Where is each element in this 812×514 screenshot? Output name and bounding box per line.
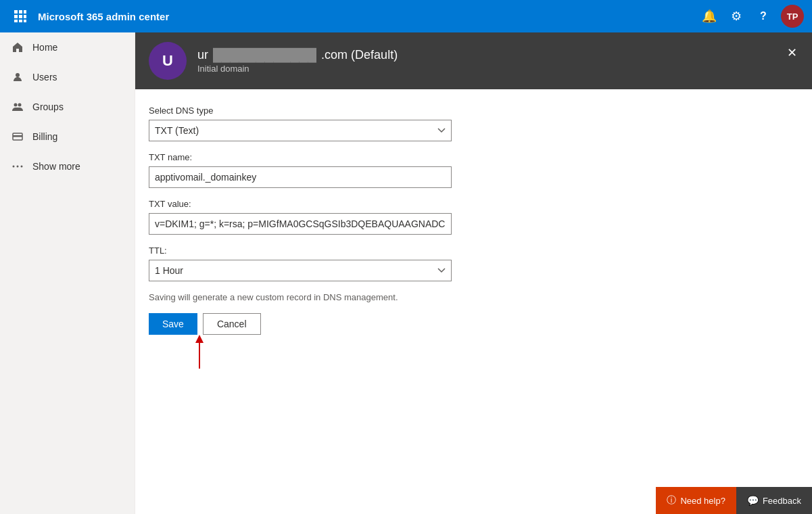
billing-icon <box>11 130 24 143</box>
svg-point-15 <box>17 166 19 168</box>
dns-type-field: Select DNS type TXT (Text) MX CNAME A <box>149 106 798 141</box>
domain-redacted: ████████████ <box>213 48 316 62</box>
svg-rect-4 <box>19 15 22 18</box>
txt-name-input[interactable] <box>149 166 452 188</box>
dns-type-label: Select DNS type <box>149 106 798 116</box>
sidebar-label-home: Home <box>32 42 57 53</box>
txt-name-label: TXT name: <box>149 152 798 162</box>
need-help-label: Need help? <box>680 496 725 506</box>
ttl-select-wrapper: 1 Hour 2 Hours 4 Hours Custom <box>149 260 452 281</box>
save-button[interactable]: Save <box>149 313 197 335</box>
panel-avatar: U <box>149 42 187 80</box>
sidebar-label-groups: Groups <box>32 101 64 112</box>
feedback-button[interactable]: 💬 Feedback <box>736 487 812 514</box>
panel-close-button[interactable]: ✕ <box>782 43 801 62</box>
topbar: Microsoft 365 admin center 🔔 ⚙ ? TP <box>0 0 812 32</box>
svg-point-10 <box>14 103 18 107</box>
arrow-annotation <box>189 335 210 369</box>
home-icon <box>11 41 24 54</box>
main-content: U ur ████████████ .com (Default) Initial… <box>135 32 812 514</box>
feedback-chat-icon: 💬 <box>747 495 759 506</box>
topbar-actions: 🔔 ⚙ ? TP <box>697 4 804 28</box>
svg-rect-3 <box>14 15 18 18</box>
domain-text: ur <box>197 48 208 62</box>
txt-value-input[interactable] <box>149 213 452 235</box>
main-layout: Home Users Groups <box>0 32 812 514</box>
sidebar-label-billing: Billing <box>32 131 57 142</box>
panel-domain-title: ur ████████████ .com (Default) <box>197 48 798 62</box>
ttl-select[interactable]: 1 Hour 2 Hours 4 Hours Custom <box>149 260 452 281</box>
svg-point-14 <box>13 166 15 168</box>
app-title: Microsoft 365 admin center <box>38 11 697 22</box>
dns-type-select-wrapper: TXT (Text) MX CNAME A <box>149 120 452 141</box>
sidebar-item-groups[interactable]: Groups <box>0 92 135 122</box>
svg-point-11 <box>18 103 22 107</box>
cancel-button[interactable]: Cancel <box>203 313 261 335</box>
svg-rect-1 <box>19 10 22 14</box>
svg-rect-8 <box>24 20 26 22</box>
help-button[interactable]: ? <box>751 4 775 28</box>
txt-name-field: TXT name: <box>149 152 798 188</box>
sidebar-item-users[interactable]: Users <box>0 62 135 92</box>
save-info-text: Saving will generate a new custom record… <box>149 292 798 302</box>
notifications-button[interactable]: 🔔 <box>697 4 721 28</box>
svg-rect-13 <box>13 135 22 137</box>
svg-point-16 <box>21 166 23 168</box>
txt-value-field: TXT value: <box>149 199 798 235</box>
svg-rect-0 <box>14 10 18 14</box>
panel-header: U ur ████████████ .com (Default) Initial… <box>135 32 812 89</box>
svg-rect-7 <box>19 20 22 22</box>
feedback-label: Feedback <box>763 496 801 506</box>
panel-header-info: ur ████████████ .com (Default) Initial d… <box>197 48 798 74</box>
bottom-bar: ⓘ Need help? 💬 Feedback <box>656 487 812 514</box>
ttl-field: TTL: 1 Hour 2 Hours 4 Hours Custom <box>149 246 798 281</box>
sidebar-item-billing[interactable]: Billing <box>0 122 135 151</box>
panel-body: Select DNS type TXT (Text) MX CNAME A TX… <box>135 89 812 351</box>
sidebar-item-show-more[interactable]: Show more <box>0 151 135 181</box>
svg-rect-5 <box>24 15 26 18</box>
help-circle-icon: ⓘ <box>667 494 676 507</box>
svg-rect-2 <box>24 10 26 14</box>
user-avatar[interactable]: TP <box>781 5 804 28</box>
sidebar: Home Users Groups <box>0 32 135 514</box>
svg-rect-6 <box>14 20 18 22</box>
groups-icon <box>11 100 24 114</box>
settings-button[interactable]: ⚙ <box>724 4 748 28</box>
svg-point-9 <box>16 73 20 77</box>
sidebar-item-home[interactable]: Home <box>0 32 135 62</box>
panel-domain-subtitle: Initial domain <box>197 64 798 74</box>
sidebar-label-users: Users <box>32 72 57 83</box>
domain-suffix: .com (Default) <box>321 48 398 62</box>
ttl-label: TTL: <box>149 246 798 256</box>
users-icon <box>11 70 24 84</box>
app-launcher-button[interactable] <box>8 4 32 28</box>
txt-value-label: TXT value: <box>149 199 798 209</box>
dots-icon <box>11 160 24 173</box>
need-help-button[interactable]: ⓘ Need help? <box>656 487 736 514</box>
dns-type-select[interactable]: TXT (Text) MX CNAME A <box>149 120 452 141</box>
sidebar-label-show-more: Show more <box>32 161 80 172</box>
button-row: Save Cancel <box>149 313 798 335</box>
